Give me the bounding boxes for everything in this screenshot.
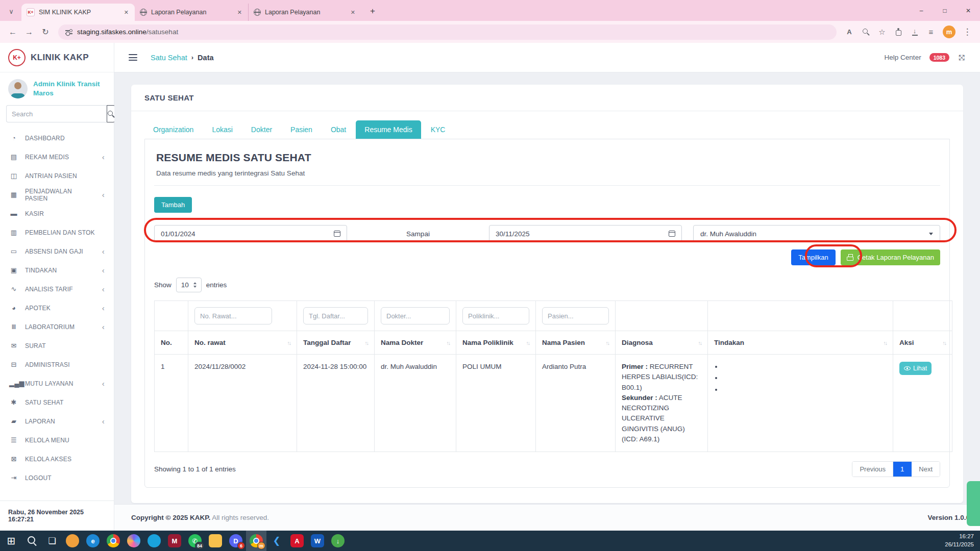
site-settings-icon[interactable] (65, 29, 72, 35)
taskbar-app-icon[interactable]: m (246, 531, 266, 551)
sort-icon[interactable]: ↑↓ (606, 340, 609, 346)
column-header[interactable]: Tanggal Daftar ↑↓ (297, 331, 375, 355)
extensions-puzzle-icon[interactable] (894, 28, 903, 36)
sidebar-menu-item[interactable]: ⊠ KELOLA AKSES (0, 449, 114, 468)
tab-search-button[interactable]: ∨ (4, 4, 18, 18)
sidebar-menu-item[interactable]: ⊟ ADMINISTRASI (0, 355, 114, 374)
date-to-input[interactable]: 30/11/2025 (489, 225, 682, 242)
sidebar-menu-item[interactable]: ✉ SURAT (0, 336, 114, 355)
fullscreen-icon[interactable]: ⤢⤡ (958, 54, 966, 62)
sort-icon[interactable]: ↑↓ (884, 340, 887, 346)
sort-icon[interactable]: ↑↓ (698, 340, 702, 346)
sort-icon[interactable]: ↑↓ (447, 340, 450, 346)
taskbar-app-icon[interactable]: ❮ (266, 531, 287, 551)
reload-button[interactable]: ↻ (38, 24, 53, 40)
reading-list-icon[interactable]: ≡ (926, 28, 936, 36)
taskbar-app-icon[interactable] (62, 531, 83, 551)
taskbar-app-icon[interactable] (144, 531, 164, 551)
close-button[interactable]: ✕ (957, 0, 980, 21)
page-size-select[interactable]: 10 (176, 278, 202, 292)
back-button[interactable]: ← (5, 24, 20, 40)
calendar-icon[interactable] (669, 231, 675, 237)
taskbar-app-icon[interactable] (103, 531, 124, 551)
sidebar-menu-item[interactable]: ▭ ABSENSI DAN GAJI ‹ (0, 242, 114, 261)
sort-icon[interactable]: ↑↓ (365, 340, 369, 346)
hamburger-menu-icon[interactable] (129, 54, 137, 61)
zoom-icon[interactable] (861, 28, 870, 36)
satusehat-tab[interactable]: Resume Medis (356, 120, 421, 139)
sort-icon[interactable]: ↑↓ (943, 340, 946, 346)
sidebar-menu-item[interactable]: ▰ LAPORAN ‹ (0, 412, 114, 431)
dokter-filter-input[interactable] (381, 307, 450, 324)
next-page-button[interactable]: Next (912, 462, 940, 477)
sort-icon[interactable]: ↑↓ (287, 340, 291, 346)
tambah-button[interactable]: Tambah (154, 197, 192, 213)
sidebar-search-input[interactable] (6, 105, 107, 122)
taskbar-app-icon[interactable]: A (287, 531, 307, 551)
sidebar-menu-item[interactable]: ▥ PEMBELIAN DAN STOK (0, 223, 114, 242)
sidebar-menu-item[interactable]: ▦ PENJADWALAN PASIEN ‹ (0, 185, 114, 204)
column-header[interactable]: Aksi ↑↓ (893, 331, 952, 355)
column-header[interactable]: No. (155, 331, 188, 355)
new-tab-button[interactable]: + (365, 4, 380, 18)
browser-tab[interactable]: Laporan Pelayanan ✕ (135, 4, 248, 21)
breadcrumb-parent[interactable]: Satu Sehat (151, 54, 187, 62)
bookmark-star-icon[interactable]: ☆ (877, 28, 887, 37)
sidebar-menu-item[interactable]: ▣ TINDAKAN ‹ (0, 261, 114, 280)
column-header[interactable]: Nama Poliklinik ↑↓ (456, 331, 536, 355)
sidebar-menu-item[interactable]: ▂▄▆ MUTU LAYANAN ‹ (0, 374, 114, 393)
satusehat-tab[interactable]: Obat (322, 120, 355, 139)
taskbar-app-icon[interactable]: ❏ (42, 531, 62, 551)
pasien-filter-input[interactable] (542, 307, 609, 324)
floating-green-tab[interactable] (967, 481, 980, 526)
sidebar-menu-item[interactable]: ▬ KASIR (0, 204, 114, 223)
taskbar-app-icon[interactable]: M (164, 531, 185, 551)
address-bar[interactable]: staging.sifaskes.online/satusehat (58, 24, 837, 40)
taskbar-app-icon[interactable]: ⊞ (1, 531, 21, 551)
sidebar-menu-item[interactable]: ◔ DASHBOARD (0, 129, 114, 147)
taskbar-app-icon[interactable] (124, 531, 144, 551)
date-from-input[interactable]: 01/01/2024 (154, 225, 347, 242)
lihat-button[interactable]: Lihat (899, 362, 932, 375)
help-center-link[interactable]: Help Center (885, 54, 921, 61)
sidebar-menu-item[interactable]: ◕ APOTEK ‹ (0, 298, 114, 317)
taskbar-app-icon[interactable]: ✆ 84 (185, 531, 205, 551)
column-header[interactable]: Tindakan ↑↓ (708, 331, 893, 355)
column-header[interactable]: No. rawat ↑↓ (188, 331, 297, 355)
browser-tab-active[interactable]: K+ SIM KLINIK KAKP ✕ (21, 4, 135, 21)
column-header[interactable]: Nama Dokter ↑↓ (375, 331, 456, 355)
satusehat-tab[interactable]: Pasien (282, 120, 321, 139)
sidebar-menu-item[interactable]: ✱ SATU SEHAT (0, 393, 114, 412)
sidebar-menu-item[interactable]: ☰ KELOLA MENU (0, 431, 114, 449)
taskbar-app-icon[interactable]: D 6 (226, 531, 246, 551)
sidebar-menu-item[interactable]: ◫ ANTRIAN PASIEN (0, 166, 114, 185)
sidebar-menu-item[interactable]: Ⅲ LABORATORIUM ‹ (0, 317, 114, 336)
notification-badge[interactable]: 1083 (929, 53, 949, 62)
user-profile[interactable]: Admin Klinik Transit Maros (0, 72, 114, 104)
sidebar-menu-item[interactable]: ▤ REKAM MEDIS ‹ (0, 147, 114, 166)
column-header[interactable]: Diagnosa ↑↓ (616, 331, 708, 355)
taskbar-app-icon[interactable] (205, 531, 226, 551)
current-page-button[interactable]: 1 (893, 462, 912, 477)
satusehat-tab[interactable]: KYC (422, 120, 454, 139)
browser-tab[interactable]: Laporan Pelayanan ✕ (248, 4, 361, 21)
maximize-button[interactable]: □ (933, 0, 957, 21)
sidebar-menu-item[interactable]: ⇥ LOGOUT (0, 468, 114, 487)
tampilkan-button[interactable]: Tampilkan (791, 249, 836, 265)
poliklinik-filter-input[interactable] (462, 307, 529, 324)
minimize-button[interactable]: – (910, 0, 933, 21)
browser-profile-avatar[interactable]: m (943, 26, 955, 38)
translate-icon[interactable]: A (845, 28, 854, 36)
taskbar-clock[interactable]: 16:27 26/11/2025 (945, 533, 980, 548)
taskbar-app-icon[interactable]: W (307, 531, 328, 551)
previous-page-button[interactable]: Previous (852, 462, 893, 477)
tgl-daftar-filter-input[interactable] (303, 307, 368, 324)
doctor-select[interactable]: dr. Muh Awaluddin (693, 225, 940, 242)
cetak-laporan-button[interactable]: Cetak Laporan Pelayanan (841, 249, 940, 265)
taskbar-app-icon[interactable] (21, 531, 42, 551)
downloads-icon[interactable]: ↓ (910, 28, 919, 36)
column-header[interactable]: Nama Pasien ↑↓ (536, 331, 616, 355)
sidebar-menu-item[interactable]: ∿ ANALISIS TARIF ‹ (0, 280, 114, 298)
satusehat-tab[interactable]: Dokter (242, 120, 281, 139)
tab-close-icon[interactable]: ✕ (236, 8, 243, 17)
